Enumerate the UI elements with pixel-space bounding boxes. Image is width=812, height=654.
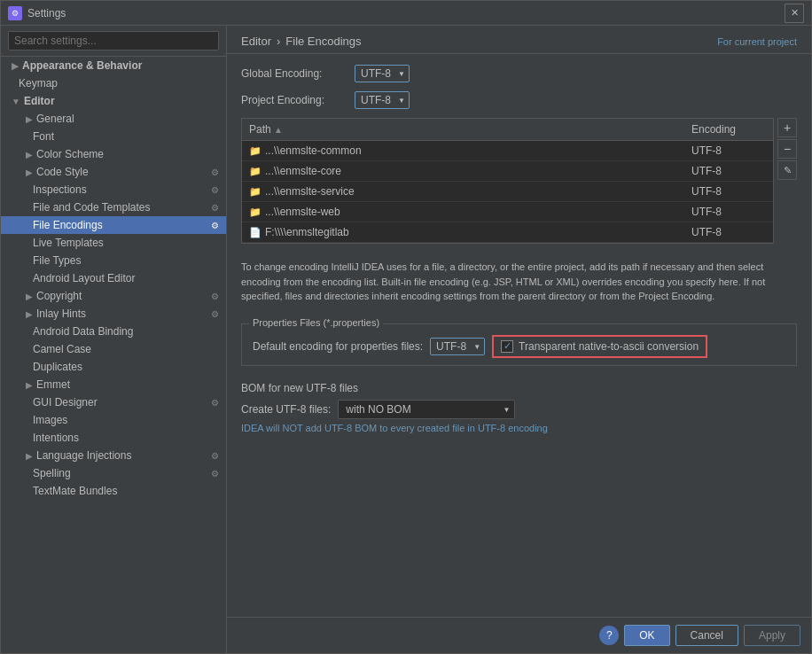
sidebar-item-language-injections[interactable]: ▶ Language Injections ⚙ <box>1 447 226 464</box>
table-row[interactable]: 📁 ...\\enmslte-core UTF-8 <box>242 161 773 182</box>
gear-icon: ⚙ <box>211 309 219 319</box>
sidebar-item-label: File and Code Templates <box>33 201 151 214</box>
sidebar-item-editor[interactable]: ▼ Editor <box>1 92 226 110</box>
breadcrumb-root: Editor <box>241 35 271 48</box>
add-path-button[interactable]: + <box>777 118 797 137</box>
global-encoding-select[interactable]: UTF-8 <box>355 65 410 82</box>
sidebar-item-label: General <box>36 113 74 125</box>
sidebar-item-code-style[interactable]: ▶ Code Style ⚙ <box>1 163 226 181</box>
project-encoding-select[interactable]: UTF-8 <box>355 91 410 109</box>
sidebar: ▶ Appearance & Behavior Keymap ▼ Editor … <box>1 26 227 653</box>
sidebar-item-file-encodings[interactable]: File Encodings ⚙ <box>1 216 226 234</box>
table-row[interactable]: 📄 F:\\\\enmsltegitlab UTF-8 <box>242 222 773 243</box>
remove-path-button[interactable]: − <box>777 139 797 159</box>
table-header: Path ▲ Encoding <box>242 119 773 141</box>
close-button[interactable]: ✕ <box>785 4 804 23</box>
bom-select-wrapper: with NO BOM with BOM <box>338 400 515 419</box>
bom-select[interactable]: with NO BOM with BOM <box>338 400 515 419</box>
folder-icon: 📁 <box>249 206 262 218</box>
sidebar-item-android-layout-editor[interactable]: Android Layout Editor <box>1 269 226 287</box>
folder-icon: 📁 <box>249 166 262 177</box>
gear-icon: ⚙ <box>211 451 219 461</box>
sidebar-item-label: Copyright <box>36 290 82 302</box>
sidebar-item-duplicates[interactable]: Duplicates <box>1 358 226 376</box>
main-content: ▶ Appearance & Behavior Keymap ▼ Editor … <box>1 26 811 653</box>
create-utf8-label: Create UTF-8 files: <box>241 403 331 416</box>
sidebar-item-inspections[interactable]: Inspections ⚙ <box>1 181 226 199</box>
default-enc-label: Default encoding for properties files: <box>253 340 423 353</box>
sidebar-item-android-data-binding[interactable]: Android Data Binding <box>1 323 226 340</box>
encoding-cell: UTF-8 <box>684 143 773 159</box>
sidebar-item-live-templates[interactable]: Live Templates <box>1 234 226 252</box>
sidebar-item-label: Editor <box>24 95 55 107</box>
panel-header: Editor › File Encodings For current proj… <box>227 26 811 54</box>
sidebar-item-general[interactable]: ▶ General <box>1 110 226 128</box>
default-enc-select[interactable]: UTF-8 <box>430 338 485 355</box>
sidebar-item-label: Intentions <box>33 432 79 444</box>
help-button[interactable]: ? <box>599 626 619 645</box>
window-title: Settings <box>27 7 66 19</box>
gear-icon: ⚙ <box>211 221 219 230</box>
bom-section-label: BOM for new UTF-8 files <box>241 382 797 394</box>
sidebar-item-file-types[interactable]: File Types <box>1 252 226 269</box>
edit-path-button[interactable]: ✎ <box>777 160 797 180</box>
path-table-container: Path ▲ Encoding 📁 ...\\enmslte-comm <box>241 118 797 244</box>
sidebar-item-label: Inspections <box>33 183 87 196</box>
apply-button[interactable]: Apply <box>744 625 800 646</box>
expand-arrow: ▶ <box>26 114 33 124</box>
expand-arrow: ▶ <box>12 61 19 71</box>
bom-section: BOM for new UTF-8 files Create UTF-8 fil… <box>241 382 797 433</box>
table-row[interactable]: 📁 ...\\enmslte-service UTF-8 <box>242 182 773 202</box>
search-input[interactable] <box>8 31 219 51</box>
transparent-label: Transparent native-to-ascii conversion <box>519 340 699 353</box>
global-encoding-label: Global Encoding: <box>241 67 347 80</box>
sidebar-item-appearance[interactable]: ▶ Appearance & Behavior <box>1 57 226 74</box>
settings-window: ⚙ Settings ✕ ▶ Appearance & Behavior Key… <box>0 0 812 654</box>
project-encoding-row: Project Encoding: UTF-8 <box>241 91 797 109</box>
expand-arrow: ▶ <box>26 309 33 319</box>
col-encoding-header[interactable]: Encoding <box>684 121 773 137</box>
cancel-button[interactable]: Cancel <box>675 625 738 646</box>
table-row[interactable]: 📁 ...\\enmslte-web UTF-8 <box>242 202 773 222</box>
ok-button[interactable]: OK <box>624 625 669 646</box>
path-cell: 📄 F:\\\\enmsltegitlab <box>242 224 684 240</box>
sidebar-item-intentions[interactable]: Intentions <box>1 429 226 447</box>
sidebar-item-camel-case[interactable]: Camel Case <box>1 340 226 358</box>
transparent-checkbox-container: ✓ Transparent native-to-ascii conversion <box>492 335 707 358</box>
gear-icon: ⚙ <box>211 292 219 301</box>
sidebar-item-label: Font <box>33 130 54 143</box>
gear-icon: ⚙ <box>211 203 219 213</box>
titlebar-left: ⚙ Settings <box>8 6 66 20</box>
sidebar-item-emmet[interactable]: ▶ Emmet <box>1 376 226 393</box>
transparent-checkbox[interactable]: ✓ <box>501 340 513 353</box>
sidebar-item-label: Language Injections <box>36 449 131 462</box>
sidebar-item-keymap[interactable]: Keymap <box>1 74 226 92</box>
sidebar-item-label: Camel Case <box>33 343 91 355</box>
col-path-header[interactable]: Path ▲ <box>242 121 684 137</box>
path-table: Path ▲ Encoding 📁 ...\\enmslte-comm <box>241 118 774 244</box>
sidebar-item-gui-designer[interactable]: GUI Designer ⚙ <box>1 393 226 411</box>
search-box <box>1 26 226 57</box>
table-actions: + − ✎ <box>777 118 797 244</box>
properties-section-label: Properties Files (*.properties) <box>249 317 383 328</box>
for-project-link[interactable]: For current project <box>717 36 797 47</box>
sidebar-item-copyright[interactable]: ▶ Copyright ⚙ <box>1 287 226 305</box>
encoding-cell: UTF-8 <box>684 224 773 240</box>
project-encoding-select-wrapper: UTF-8 <box>355 91 410 109</box>
bom-info-link[interactable]: UTF-8 BOM <box>324 423 377 433</box>
sidebar-item-textmate-bundles[interactable]: TextMate Bundles <box>1 482 226 500</box>
expand-arrow: ▶ <box>26 380 33 390</box>
sidebar-item-label: Spelling <box>33 467 71 479</box>
properties-encoding-row: Default encoding for properties files: U… <box>253 335 785 358</box>
sidebar-item-color-scheme[interactable]: ▶ Color Scheme <box>1 145 226 163</box>
sidebar-item-inlay-hints[interactable]: ▶ Inlay Hints ⚙ <box>1 305 226 323</box>
path-cell: 📁 ...\\enmslte-web <box>242 204 684 220</box>
sidebar-item-spelling[interactable]: Spelling ⚙ <box>1 464 226 482</box>
sidebar-item-file-code-templates[interactable]: File and Code Templates ⚙ <box>1 199 226 216</box>
sidebar-item-label: Android Data Binding <box>33 325 133 338</box>
sidebar-item-font[interactable]: Font <box>1 128 226 145</box>
expand-arrow: ▶ <box>26 150 33 160</box>
bom-info-suffix: to every created file in UTF-8 encoding <box>377 423 548 433</box>
sidebar-item-images[interactable]: Images <box>1 411 226 429</box>
table-row[interactable]: 📁 ...\\enmslte-common UTF-8 <box>242 141 773 161</box>
